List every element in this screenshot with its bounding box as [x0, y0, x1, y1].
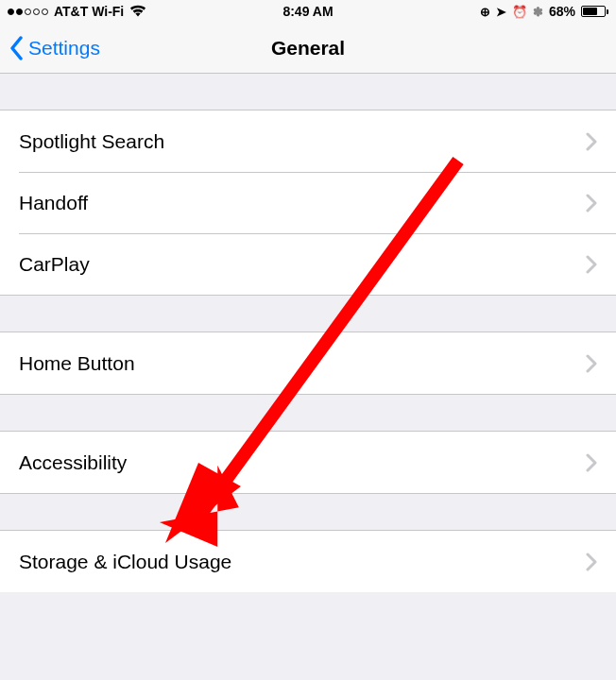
row-storage-icloud[interactable]: Storage & iCloud Usage [0, 531, 616, 592]
status-bar: AT&T Wi-Fi 8:49 AM ⊕ ➤ ⏰ ✽ 68% [0, 0, 616, 23]
section-spacer [0, 74, 616, 110]
row-accessibility[interactable]: Accessibility [0, 432, 616, 493]
carrier-label: AT&T Wi-Fi [54, 4, 124, 19]
page-title: General [271, 37, 345, 60]
section-2: Home Button [0, 332, 616, 395]
battery-icon [581, 6, 608, 17]
back-button[interactable]: Settings [9, 36, 100, 60]
nav-bar: Settings General [0, 23, 616, 74]
section-spacer [0, 494, 616, 530]
chevron-left-icon [9, 36, 25, 60]
bluetooth-icon: ✽ [533, 5, 543, 19]
chevron-right-icon [586, 255, 597, 274]
status-time: 8:49 AM [282, 4, 333, 19]
row-label: Home Button [19, 352, 135, 375]
section-3: Accessibility [0, 431, 616, 494]
chevron-right-icon [586, 552, 597, 571]
status-right: ⊕ ➤ ⏰ ✽ 68% [480, 4, 608, 19]
battery-percent: 68% [549, 4, 575, 19]
back-label: Settings [28, 37, 100, 60]
chevron-right-icon [586, 453, 597, 472]
row-handoff[interactable]: Handoff [0, 172, 616, 233]
alarm-icon: ⏰ [512, 5, 527, 19]
section-4: Storage & iCloud Usage [0, 530, 616, 592]
chevron-right-icon [586, 132, 597, 151]
signal-strength-icon [8, 8, 48, 15]
section-spacer [0, 296, 616, 332]
section-spacer [0, 395, 616, 431]
chevron-right-icon [586, 194, 597, 212]
row-label: CarPlay [19, 253, 90, 276]
orientation-lock-icon: ⊕ [480, 5, 490, 19]
row-carplay[interactable]: CarPlay [0, 233, 616, 295]
row-label: Handoff [19, 192, 88, 214]
row-spotlight-search[interactable]: Spotlight Search [0, 110, 616, 172]
location-icon: ➤ [496, 5, 506, 19]
row-label: Storage & iCloud Usage [19, 551, 231, 573]
row-label: Spotlight Search [19, 130, 164, 153]
row-home-button[interactable]: Home Button [0, 332, 616, 394]
wifi-icon [129, 5, 146, 18]
row-label: Accessibility [19, 451, 127, 474]
section-1: Spotlight Search Handoff CarPlay [0, 110, 616, 296]
status-left: AT&T Wi-Fi [8, 4, 146, 19]
chevron-right-icon [586, 354, 597, 373]
